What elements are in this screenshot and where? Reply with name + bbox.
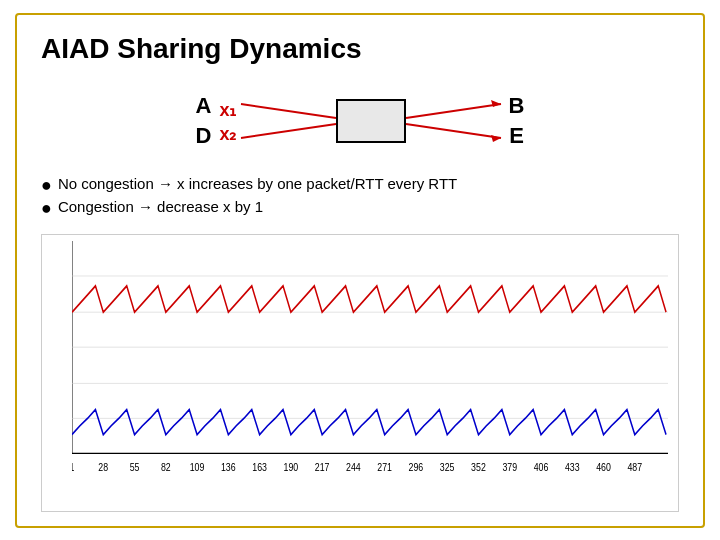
svg-text:109: 109	[190, 460, 205, 472]
svg-text:190: 190	[284, 460, 299, 472]
svg-text:352: 352	[471, 460, 486, 472]
slide-title: AIAD Sharing Dynamics	[41, 33, 679, 65]
svg-text:325: 325	[440, 460, 455, 472]
blue-wave	[72, 409, 666, 434]
slide-container: AIAD Sharing Dynamics A D x₁ x₂	[15, 13, 705, 528]
svg-text:136: 136	[221, 460, 236, 472]
chart-area: 0 10 20 30 40 50 60 1 28 55 82 109 136 1…	[41, 234, 679, 512]
left-nodes: A D	[189, 93, 217, 149]
svg-text:406: 406	[534, 460, 549, 472]
bullet-no-congestion: ● No congestion → x increases by one pac…	[41, 175, 679, 197]
node-a: A	[189, 93, 217, 119]
svg-text:433: 433	[565, 460, 580, 472]
svg-text:28: 28	[98, 460, 108, 472]
arrow-area	[241, 86, 501, 156]
svg-text:55: 55	[130, 460, 140, 472]
congestion-text: Congestion → decrease x by 1	[58, 198, 263, 215]
right-nodes: B E	[503, 93, 531, 149]
svg-text:379: 379	[502, 460, 517, 472]
no-congestion-text: No congestion → x increases by one packe…	[58, 175, 457, 192]
svg-text:296: 296	[409, 460, 424, 472]
svg-text:1: 1	[72, 460, 75, 472]
chart-svg: 0 10 20 30 40 50 60 1 28 55 82 109 136 1…	[72, 241, 668, 491]
svg-line-1	[241, 124, 336, 138]
x1-label: x₁	[219, 99, 236, 121]
svg-line-3	[406, 124, 501, 138]
svg-line-0	[241, 104, 336, 118]
node-b: B	[503, 93, 531, 119]
svg-text:487: 487	[627, 460, 642, 472]
svg-text:163: 163	[252, 460, 267, 472]
x-labels: x₁ x₂	[219, 99, 236, 145]
bullet-congestion: ● Congestion → decrease x by 1	[41, 198, 679, 220]
bullet-list: ● No congestion → x increases by one pac…	[41, 175, 679, 220]
svg-text:217: 217	[315, 460, 330, 472]
node-e: E	[503, 123, 531, 149]
network-diagram: A D x₁ x₂ B	[41, 81, 679, 161]
svg-text:244: 244	[346, 460, 361, 472]
svg-text:82: 82	[161, 460, 171, 472]
node-d: D	[189, 123, 217, 149]
svg-marker-5	[491, 135, 501, 142]
red-wave	[72, 286, 666, 312]
svg-text:271: 271	[377, 460, 392, 472]
svg-line-2	[406, 104, 501, 118]
svg-text:460: 460	[596, 460, 611, 472]
x2-label: x₂	[219, 123, 236, 145]
router-box	[336, 99, 406, 143]
